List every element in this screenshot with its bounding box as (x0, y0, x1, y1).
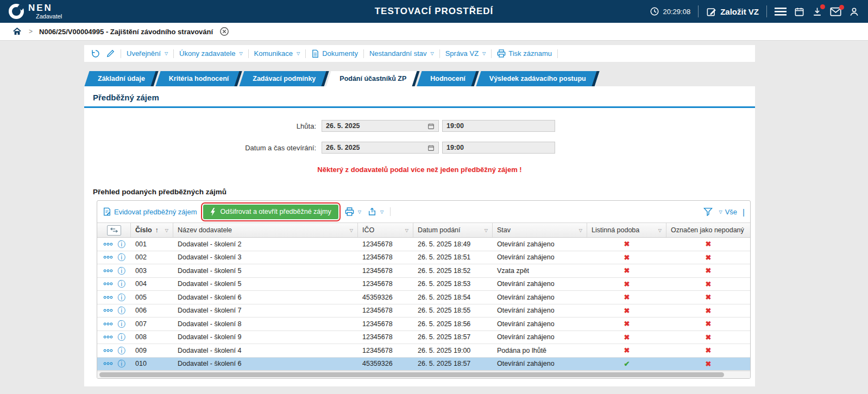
tab-vysledek-zadavaciho-postupu[interactable]: Výsledek zadávacího postupu (479, 71, 597, 86)
filter-dropdown-icon[interactable]: ▽ (405, 228, 408, 233)
row-info-icon[interactable]: ⓘ (118, 360, 125, 367)
row-info-icon[interactable]: ⓘ (118, 320, 125, 328)
column-settings-button[interactable] (107, 225, 121, 236)
row-menu-button[interactable] (103, 295, 113, 300)
header-stav[interactable]: Stav ▽ (493, 223, 587, 237)
table-row[interactable]: ⓘ 003 Dodavatel - školení 5 12345678 26.… (97, 264, 750, 278)
header-oznacen-nepodany[interactable]: Označen jako nepodaný (666, 223, 750, 237)
row-info-icon[interactable]: ⓘ (118, 347, 125, 354)
oteviran-time-field[interactable]: 19:00 (442, 142, 555, 154)
cell-oznacen-nepodany: ✖ (666, 304, 750, 317)
row-menu-button[interactable] (103, 269, 113, 273)
filter-button[interactable] (703, 207, 713, 216)
menu-dokumenty[interactable]: Dokumenty (311, 49, 358, 58)
row-info-icon[interactable]: ⓘ (118, 280, 125, 288)
table-row[interactable]: ⓘ 010 Dodavatel - školení 6 45359326 26.… (97, 358, 750, 371)
grid-print-button[interactable]: ▽ (345, 207, 361, 216)
filter-dropdown-icon[interactable]: ▽ (658, 228, 662, 233)
cell-datum-podani: 26. 5. 2025 18:55 (413, 304, 493, 317)
row-menu-button[interactable] (103, 255, 113, 259)
tab-podani-ucastniku-zp[interactable]: Podání účastníků ZP (329, 71, 417, 86)
row-info-icon[interactable]: ⓘ (118, 307, 125, 314)
cell-datum-podani: 26. 5. 2025 18:51 (413, 251, 493, 264)
view-all-selector[interactable]: ▽ Vše (718, 208, 738, 216)
topbar-separator (766, 5, 767, 17)
row-menu-button[interactable] (103, 282, 113, 286)
history-button[interactable] (91, 49, 100, 59)
row-menu-button[interactable] (103, 335, 113, 339)
table-row[interactable]: ⓘ 001 Dodavatel - školení 2 12345678 26.… (97, 238, 750, 251)
document-icon (311, 49, 319, 58)
calendar-icon (427, 123, 435, 130)
filter-dropdown-icon[interactable]: ▽ (485, 228, 488, 233)
tab-hodnoceni[interactable]: Hodnocení (419, 71, 476, 86)
breadcrumb-item[interactable]: N006/25/V00004995 - Zajištění závodního … (39, 28, 213, 36)
menu-komunikace[interactable]: Komunikace ▽ (254, 49, 300, 58)
row-menu-button[interactable] (103, 242, 113, 246)
table-row[interactable]: ⓘ 005 Dodavatel - školení 6 45359326 26.… (97, 291, 750, 304)
header-datum-podani[interactable]: Datum podání ▽ (413, 223, 493, 237)
evidovat-button[interactable]: Evidovat předběžný zájem (103, 207, 197, 216)
downloads-button[interactable] (812, 7, 822, 17)
horizontal-scrollbar[interactable] (97, 371, 750, 378)
header-listinna-podoba[interactable]: Listinná podoba ▽ (587, 223, 666, 237)
table-row[interactable]: ⓘ 002 Dodavatel - školení 3 12345678 26.… (97, 251, 750, 265)
profile-button[interactable] (849, 7, 859, 17)
tab-kriteria-hodnoceni[interactable]: Kritéria hodnocení (158, 71, 240, 86)
row-info-icon[interactable]: ⓘ (118, 240, 125, 248)
scrollbar-thumb[interactable] (99, 372, 724, 377)
lhuta-date-field[interactable]: 26. 5. 2025 (322, 120, 439, 132)
record-action-bar: Uveřejnění ▽ Úkony zadavatele ▽ Komunika… (84, 45, 755, 62)
edit-record-button[interactable] (106, 49, 115, 58)
table-row[interactable]: ⓘ 007 Dodavatel - školení 8 12345678 26.… (97, 317, 750, 331)
table-row[interactable]: ⓘ 009 Dodavatel - školení 4 12345678 26.… (97, 344, 750, 358)
menu-ukony-zadavatele[interactable]: Úkony zadavatele ▽ (179, 49, 243, 58)
oteviran-date-field[interactable]: 26. 5. 2025 (322, 142, 439, 154)
row-info-icon[interactable]: ⓘ (118, 294, 125, 301)
cell-ico: 12345678 (358, 317, 413, 331)
printer-icon (345, 207, 354, 216)
header-cislo[interactable]: Číslo ↑ ▽ (131, 223, 173, 237)
home-button[interactable] (12, 27, 22, 36)
logo-title: NEN (28, 3, 62, 12)
row-menu-button[interactable] (103, 348, 113, 353)
row-info-icon[interactable]: ⓘ (118, 267, 125, 275)
table-row[interactable]: ⓘ 006 Dodavatel - školení 7 12345678 26.… (97, 304, 750, 318)
row-info-icon[interactable]: ⓘ (118, 333, 125, 341)
menu-button[interactable] (775, 7, 787, 16)
filter-dropdown-icon[interactable]: ▽ (579, 228, 582, 233)
filter-dropdown-icon[interactable]: ▽ (350, 228, 353, 233)
tab-zakladni-udaje[interactable]: Základní údaje (87, 71, 156, 86)
register-icon (103, 207, 111, 216)
ellipsis-menu-icon (103, 269, 113, 273)
breadcrumb-close-button[interactable] (219, 27, 229, 36)
grid-toolbar-separator (390, 207, 391, 216)
decrypt-open-button[interactable]: Odšifrovat a otevřít předběžné zájmy (203, 205, 338, 219)
nen-logo[interactable]: NEN Zadavatel (9, 3, 62, 20)
edit-square-icon (706, 7, 716, 17)
create-vz-button[interactable]: Založit VZ (706, 7, 759, 17)
chevron-down-icon: ▽ (380, 209, 383, 214)
header-ico[interactable]: IČO ▽ (358, 223, 413, 237)
filter-dropdown-icon[interactable]: ▽ (165, 228, 168, 233)
menu-nestandardni-stav[interactable]: Nestandardní stav ▽ (369, 49, 434, 58)
row-info-icon[interactable]: ⓘ (118, 253, 125, 261)
menu-tisk-zaznamu[interactable]: Tisk záznamu (497, 49, 552, 58)
tab-zadavaci-podminky[interactable]: Zadávací podmínky (242, 71, 326, 86)
messages-button[interactable] (830, 7, 841, 16)
row-menu-button[interactable] (103, 322, 113, 326)
row-menu-button[interactable] (103, 361, 113, 366)
action-bar-separator (491, 49, 492, 58)
tab-panel: Předběžný zájem Lhůta: 26. 5. 2025 19:00… (84, 86, 755, 386)
header-nazev-dodavatele[interactable]: Název dodavatele ▽ (173, 223, 358, 237)
lhuta-time-field[interactable]: 19:00 (442, 120, 555, 132)
menu-sprava-vz[interactable]: Správa VZ ▽ (445, 49, 486, 58)
cell-stav: Otevírání zahájeno (493, 251, 587, 264)
calendar-button[interactable] (794, 7, 804, 17)
menu-uverejneni[interactable]: Uveřejnění ▽ (127, 49, 168, 58)
row-menu-button[interactable] (103, 308, 113, 313)
table-row[interactable]: ⓘ 004 Dodavatel - školení 5 12345678 26.… (97, 278, 750, 291)
grid-export-button[interactable]: ▽ (368, 207, 383, 216)
table-row[interactable]: ⓘ 008 Dodavatel - školení 9 12345678 26.… (97, 331, 750, 345)
sort-asc-icon[interactable]: ↑ (155, 226, 159, 234)
